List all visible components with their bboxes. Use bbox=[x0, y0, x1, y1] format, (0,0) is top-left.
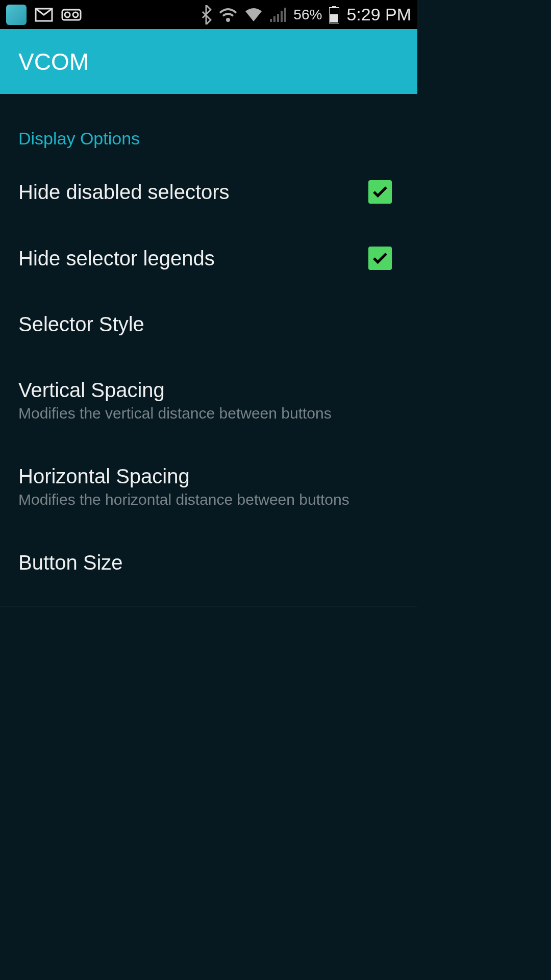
section-header: Display Options bbox=[0, 94, 417, 159]
setting-selector-style[interactable]: Selector Style bbox=[0, 291, 417, 357]
mail-icon bbox=[35, 8, 53, 22]
divider bbox=[0, 606, 417, 606]
check-icon bbox=[371, 249, 389, 267]
setting-horizontal-spacing[interactable]: Horizontal Spacing Modifies the horizont… bbox=[0, 444, 417, 530]
svg-point-4 bbox=[226, 18, 230, 22]
setting-title: Selector Style bbox=[18, 313, 399, 336]
battery-icon bbox=[329, 6, 339, 23]
setting-vertical-spacing[interactable]: Vertical Spacing Modifies the vertical d… bbox=[0, 357, 417, 444]
status-left bbox=[6, 5, 82, 25]
app-icon bbox=[6, 5, 27, 25]
content: Display Options Hide disabled selectors … bbox=[0, 94, 417, 606]
setting-title: Vertical Spacing bbox=[18, 379, 399, 402]
wifi-icon bbox=[244, 7, 263, 22]
voicemail-icon bbox=[61, 9, 82, 21]
app-bar: VCOM bbox=[0, 29, 417, 94]
status-bar: 56% 5:29 PM bbox=[0, 0, 417, 29]
setting-title: Button Size bbox=[18, 551, 399, 574]
setting-subtitle: Modifies the vertical distance between b… bbox=[18, 405, 399, 422]
checkbox-hide-selector-legends[interactable] bbox=[368, 247, 392, 270]
svg-rect-8 bbox=[281, 11, 283, 22]
setting-title: Horizontal Spacing bbox=[18, 465, 399, 488]
checkbox-hide-disabled-selectors[interactable] bbox=[368, 180, 392, 204]
svg-rect-5 bbox=[270, 19, 272, 22]
app-title: VCOM bbox=[18, 48, 89, 76]
svg-point-3 bbox=[73, 12, 78, 17]
setting-hide-disabled-selectors[interactable]: Hide disabled selectors bbox=[0, 159, 417, 225]
check-icon bbox=[371, 183, 389, 201]
svg-rect-9 bbox=[284, 8, 286, 22]
svg-point-2 bbox=[65, 12, 70, 17]
setting-subtitle: Modifies the horizontal distance between… bbox=[18, 491, 399, 508]
svg-rect-6 bbox=[273, 16, 276, 22]
status-time: 5:29 PM bbox=[346, 5, 411, 24]
wifi-sync-icon bbox=[219, 7, 237, 23]
svg-rect-12 bbox=[330, 14, 338, 22]
bluetooth-icon bbox=[201, 5, 212, 24]
setting-button-size[interactable]: Button Size bbox=[0, 530, 417, 596]
status-right: 56% 5:29 PM bbox=[201, 5, 411, 24]
setting-title: Hide selector legends bbox=[18, 247, 368, 270]
battery-percent: 56% bbox=[293, 7, 322, 23]
setting-hide-selector-legends[interactable]: Hide selector legends bbox=[0, 225, 417, 291]
signal-icon bbox=[270, 8, 286, 22]
svg-rect-7 bbox=[277, 14, 279, 22]
setting-title: Hide disabled selectors bbox=[18, 181, 368, 204]
